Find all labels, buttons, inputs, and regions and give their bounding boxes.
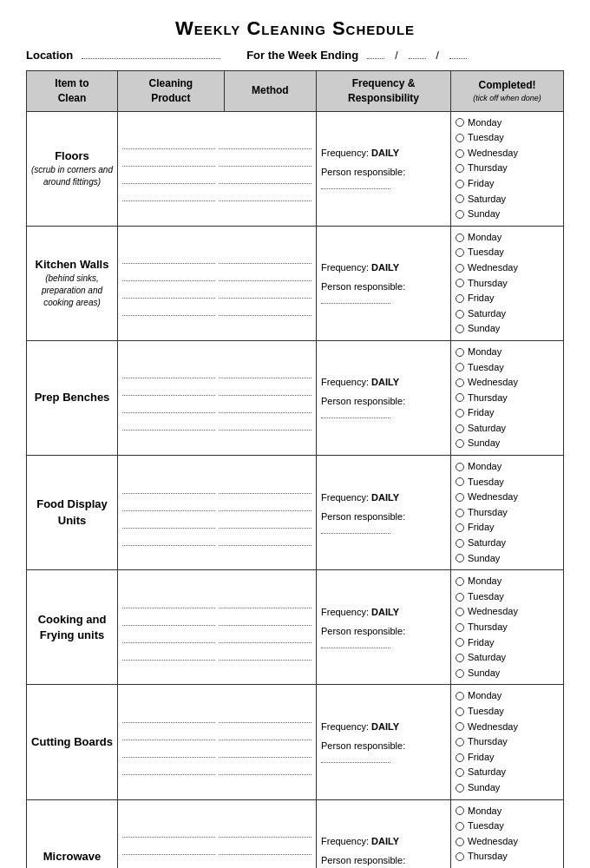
cleaning-lines-cell-5[interactable]: [118, 685, 317, 799]
day-item[interactable]: Monday: [456, 804, 559, 819]
cleaning-lines-cell-6[interactable]: [118, 799, 317, 868]
frequency-cell-3[interactable]: Frequency: DAILY Person responsible:: [317, 456, 451, 570]
cleaning-lines-cell-4[interactable]: [118, 570, 317, 685]
day-item[interactable]: Wednesday: [456, 146, 559, 161]
radio-circle[interactable]: [456, 509, 464, 517]
day-item[interactable]: Friday: [456, 865, 559, 868]
radio-circle[interactable]: [456, 180, 464, 188]
day-item[interactable]: Wednesday: [456, 834, 559, 850]
day-item[interactable]: Tuesday: [456, 475, 559, 490]
day-item[interactable]: Monday: [456, 115, 559, 131]
radio-circle[interactable]: [456, 164, 464, 173]
day-item[interactable]: Sunday: [456, 436, 559, 451]
radio-circle[interactable]: [456, 378, 464, 387]
radio-circle[interactable]: [456, 623, 464, 632]
day-item[interactable]: Monday: [456, 459, 559, 475]
day-item[interactable]: Wednesday: [456, 260, 559, 276]
day-item[interactable]: Sunday: [456, 551, 559, 567]
radio-circle[interactable]: [456, 838, 464, 846]
frequency-cell-5[interactable]: Frequency: DAILY Person responsible:: [317, 685, 451, 799]
day-item[interactable]: Friday: [456, 520, 559, 536]
radio-circle[interactable]: [456, 608, 464, 616]
cleaning-lines-cell-3[interactable]: [118, 456, 317, 570]
radio-circle[interactable]: [456, 118, 464, 127]
radio-circle[interactable]: [456, 768, 464, 777]
day-item[interactable]: Tuesday: [456, 245, 559, 260]
radio-circle[interactable]: [456, 477, 464, 486]
radio-circle[interactable]: [456, 822, 464, 831]
person-line[interactable]: [321, 636, 390, 648]
radio-circle[interactable]: [456, 325, 464, 333]
day-item[interactable]: Wednesday: [456, 720, 559, 735]
radio-circle[interactable]: [456, 577, 464, 586]
radio-circle[interactable]: [456, 593, 464, 602]
person-line[interactable]: [321, 751, 390, 763]
radio-circle[interactable]: [456, 233, 464, 242]
radio-circle[interactable]: [456, 738, 464, 746]
day-item[interactable]: Wednesday: [456, 604, 559, 620]
radio-circle[interactable]: [456, 722, 464, 731]
radio-circle[interactable]: [456, 264, 464, 273]
radio-circle[interactable]: [456, 784, 464, 792]
day-item[interactable]: Tuesday: [456, 589, 559, 605]
day-item[interactable]: Saturday: [456, 765, 559, 780]
day-item[interactable]: Friday: [456, 176, 559, 192]
day-item[interactable]: Monday: [456, 230, 559, 246]
radio-circle[interactable]: [456, 554, 464, 562]
day-item[interactable]: Tuesday: [456, 704, 559, 720]
radio-circle[interactable]: [456, 539, 464, 548]
radio-circle[interactable]: [456, 279, 464, 287]
day-item[interactable]: Thursday: [456, 391, 559, 406]
radio-circle[interactable]: [456, 707, 464, 716]
day-item[interactable]: Monday: [456, 345, 559, 360]
radio-circle[interactable]: [456, 523, 464, 532]
day-item[interactable]: Wednesday: [456, 375, 559, 391]
day-item[interactable]: Tuesday: [456, 360, 559, 376]
radio-circle[interactable]: [456, 439, 464, 448]
day-item[interactable]: Saturday: [456, 421, 559, 437]
radio-circle[interactable]: [456, 363, 464, 372]
person-line[interactable]: [321, 522, 390, 534]
day-item[interactable]: Saturday: [456, 192, 559, 207]
person-line[interactable]: [321, 292, 390, 304]
day-item[interactable]: Tuesday: [456, 130, 559, 146]
frequency-cell-2[interactable]: Frequency: DAILY Person responsible:: [317, 340, 451, 455]
day-item[interactable]: Sunday: [456, 321, 559, 337]
day-item[interactable]: Thursday: [456, 505, 559, 521]
radio-circle[interactable]: [456, 424, 464, 433]
frequency-cell-4[interactable]: Frequency: DAILY Person responsible:: [317, 570, 451, 685]
frequency-cell-0[interactable]: Frequency: DAILY Person responsible:: [317, 111, 451, 226]
day-item[interactable]: Thursday: [456, 620, 559, 635]
day-item[interactable]: Monday: [456, 574, 559, 589]
radio-circle[interactable]: [456, 463, 464, 471]
day-item[interactable]: Thursday: [456, 734, 559, 750]
radio-circle[interactable]: [456, 493, 464, 502]
day-item[interactable]: Wednesday: [456, 490, 559, 505]
radio-circle[interactable]: [456, 669, 464, 678]
day-item[interactable]: Saturday: [456, 536, 559, 551]
radio-circle[interactable]: [456, 134, 464, 142]
week-line-3[interactable]: [449, 47, 467, 59]
day-item[interactable]: Saturday: [456, 650, 559, 666]
day-item[interactable]: Friday: [456, 291, 559, 306]
week-line-2[interactable]: [409, 47, 426, 59]
person-line[interactable]: [321, 406, 390, 418]
radio-circle[interactable]: [456, 294, 464, 303]
radio-circle[interactable]: [456, 654, 464, 662]
radio-circle[interactable]: [456, 692, 464, 700]
day-item[interactable]: Thursday: [456, 161, 559, 176]
radio-circle[interactable]: [456, 806, 464, 815]
day-item[interactable]: Friday: [456, 635, 559, 651]
day-item[interactable]: Saturday: [456, 306, 559, 322]
day-item[interactable]: Sunday: [456, 666, 559, 681]
radio-circle[interactable]: [456, 409, 464, 418]
week-line-1[interactable]: [367, 47, 384, 59]
radio-circle[interactable]: [456, 852, 464, 861]
day-item[interactable]: Friday: [456, 405, 559, 421]
person-line[interactable]: [321, 177, 390, 189]
cleaning-lines-cell-2[interactable]: [118, 340, 317, 455]
radio-circle[interactable]: [456, 149, 464, 158]
day-item[interactable]: Thursday: [456, 276, 559, 292]
radio-circle[interactable]: [456, 348, 464, 357]
day-item[interactable]: Tuesday: [456, 819, 559, 834]
